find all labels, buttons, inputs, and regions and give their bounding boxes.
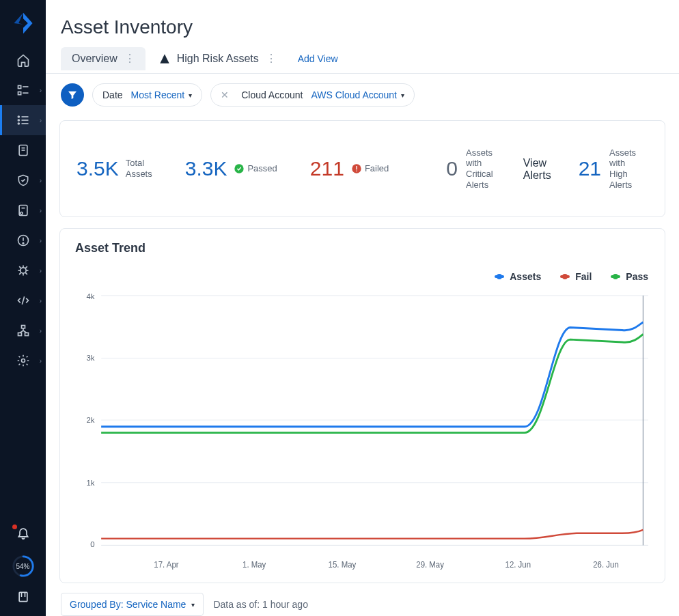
nav-asset-inventory[interactable]: › [0, 105, 46, 135]
svg-marker-1 [14, 13, 23, 25]
view-alerts-link[interactable]: View Alerts [523, 157, 551, 182]
svg-point-11 [18, 123, 19, 124]
nav-vulnerabilities[interactable]: › [0, 255, 46, 285]
stat-passed: 3.3K Passed [185, 157, 277, 180]
stat-total-assets: 3.5K Total Assets [77, 157, 152, 180]
sidebar: › › › › › › [0, 0, 46, 616]
xtick: 17. Apr [154, 560, 178, 569]
nav-reports[interactable] [0, 135, 46, 165]
stat-high-alerts: 21 Assets with High Alerts Vie [579, 148, 665, 190]
svg-line-29 [19, 272, 21, 275]
chevron-right-icon: › [40, 237, 42, 244]
svg-rect-46 [356, 166, 357, 169]
stat-value: 21 [579, 157, 601, 180]
chevron-right-icon: › [40, 297, 42, 305]
page-title: Asset Inventory [46, 0, 679, 44]
chart-plot[interactable]: 4k 3k 2k 1k 0 [75, 289, 648, 555]
tab-high-risk-assets[interactable]: High Risk Assets ⋮ [148, 47, 287, 70]
legend-pass[interactable]: Pass [611, 271, 648, 282]
svg-rect-40 [19, 592, 27, 601]
notifications-button[interactable] [16, 526, 30, 542]
filter-account-value[interactable]: AWS Cloud Account ▾ [311, 89, 404, 100]
svg-line-30 [22, 296, 24, 305]
nav-code[interactable]: › [0, 285, 46, 316]
svg-rect-31 [21, 326, 25, 328]
svg-rect-33 [25, 333, 28, 335]
footer-row: Grouped By: Service Name ▾ Data as of: 1… [59, 593, 665, 616]
nav-compliance[interactable]: › [0, 195, 46, 225]
queries-icon [16, 83, 30, 97]
bell-icon [16, 526, 30, 540]
nav-network[interactable]: › [0, 316, 46, 346]
legend-assets[interactable]: Assets [495, 271, 541, 282]
nav-alerts[interactable]: › [0, 225, 46, 255]
ytick: 0 [90, 540, 94, 548]
svg-marker-0 [23, 13, 33, 34]
error-circle-icon [351, 163, 362, 174]
tab-menu-icon[interactable]: ⋮ [266, 53, 276, 64]
stats-card: 3.5K Total Assets 3.3K Passed 211 [59, 120, 665, 217]
chart-card: Asset Trend Assets Fail Pass 4k 3k [59, 228, 665, 583]
svg-point-20 [23, 242, 24, 244]
filter-label: Date [102, 89, 123, 100]
stat-critical-alerts: 0 Assets with Critical Alerts View Alert… [446, 148, 551, 190]
filter-date-value[interactable]: Most Recent ▾ [131, 89, 193, 100]
svg-point-21 [20, 268, 25, 273]
progress-ring[interactable]: 54% [12, 555, 35, 578]
xtick: 26. Jun [593, 560, 619, 569]
gear-icon [16, 354, 30, 367]
remove-filter-icon[interactable]: ✕ [221, 89, 229, 100]
chevron-right-icon: › [40, 267, 42, 275]
add-view-link[interactable]: Add View [298, 53, 338, 64]
series-assets [101, 322, 643, 427]
series-fail [101, 530, 643, 539]
notification-dot [12, 524, 17, 529]
network-icon [16, 324, 30, 337]
sidebar-nav: › › › › › › [0, 45, 46, 376]
series-pass [101, 334, 643, 432]
nav-home[interactable] [0, 45, 46, 75]
chevron-down-icon: ▾ [189, 92, 192, 99]
svg-point-37 [21, 359, 25, 363]
chart-legend: Assets Fail Pass [495, 271, 648, 282]
svg-line-27 [25, 272, 27, 275]
tab-label: Overview [72, 53, 117, 65]
data-asof: Data as of: 1 hour ago [213, 599, 308, 610]
nav-queries[interactable]: › [0, 75, 46, 105]
svg-line-28 [25, 266, 27, 268]
funnel-icon [67, 89, 78, 100]
ytick: 3k [87, 354, 95, 362]
ytick: 2k [87, 416, 95, 424]
chevron-right-icon: › [40, 117, 42, 124]
xtick: 12. Jun [505, 560, 531, 569]
svg-point-10 [18, 120, 19, 121]
svg-line-26 [19, 266, 21, 268]
nav-settings[interactable]: › [0, 346, 46, 376]
svg-rect-32 [18, 333, 21, 335]
chart-title: Asset Trend [75, 241, 650, 255]
filter-button[interactable] [61, 83, 84, 107]
alert-circle-icon [16, 234, 30, 247]
svg-point-9 [18, 116, 19, 117]
legend-fail[interactable]: Fail [560, 271, 592, 282]
filter-date: Date Most Recent ▾ [92, 83, 202, 107]
home-icon [16, 53, 30, 67]
svg-point-44 [235, 164, 244, 173]
stat-value: 3.5K [77, 157, 119, 180]
chevron-down-icon: ▾ [191, 601, 195, 608]
bookmark-button[interactable] [16, 590, 30, 606]
tab-menu-icon[interactable]: ⋮ [124, 53, 135, 64]
svg-marker-43 [160, 54, 169, 63]
check-circle-icon [234, 163, 245, 174]
nav-security[interactable]: › [0, 165, 46, 195]
stat-value: 0 [446, 157, 458, 180]
chevron-right-icon: › [40, 207, 42, 214]
chevron-right-icon: › [40, 327, 42, 335]
group-by-selector[interactable]: Grouped By: Service Name ▾ [61, 593, 204, 616]
svg-rect-3 [18, 92, 20, 95]
chevron-right-icon: › [40, 87, 42, 94]
stat-value: 211 [310, 157, 344, 180]
shield-icon [16, 173, 30, 187]
filter-cloud-account: ✕ Cloud Account AWS Cloud Account ▾ [210, 83, 415, 107]
tab-overview[interactable]: Overview ⋮ [61, 47, 146, 70]
